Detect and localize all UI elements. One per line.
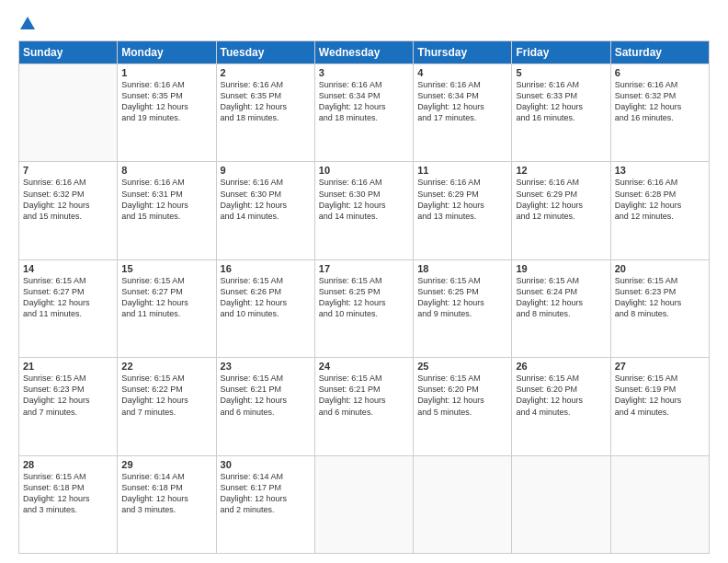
day-of-week-header: Sunday [19, 41, 118, 64]
day-number: 25 [417, 361, 507, 372]
calendar-cell: 28Sunrise: 6:15 AM Sunset: 6:18 PM Dayli… [19, 455, 118, 553]
day-number: 8 [121, 165, 211, 176]
calendar-cell: 6Sunrise: 6:16 AM Sunset: 6:32 PM Daylig… [610, 64, 709, 162]
day-number: 17 [319, 263, 409, 274]
day-number: 10 [319, 165, 409, 176]
calendar-header-row: SundayMondayTuesdayWednesdayThursdayFrid… [19, 41, 710, 64]
calendar-cell: 17Sunrise: 6:15 AM Sunset: 6:25 PM Dayli… [314, 259, 413, 357]
calendar-cell: 1Sunrise: 6:16 AM Sunset: 6:35 PM Daylig… [118, 64, 216, 162]
calendar-cell: 23Sunrise: 6:15 AM Sunset: 6:21 PM Dayli… [216, 358, 314, 455]
day-info: Sunrise: 6:15 AM Sunset: 6:20 PM Dayligh… [417, 373, 507, 418]
day-info: Sunrise: 6:16 AM Sunset: 6:34 PM Dayligh… [319, 79, 409, 124]
calendar-cell: 5Sunrise: 6:16 AM Sunset: 6:33 PM Daylig… [512, 64, 610, 162]
day-info: Sunrise: 6:16 AM Sunset: 6:35 PM Dayligh… [221, 79, 311, 124]
calendar-week-row: 28Sunrise: 6:15 AM Sunset: 6:18 PM Dayli… [19, 455, 710, 553]
day-number: 12 [516, 165, 606, 176]
day-info: Sunrise: 6:16 AM Sunset: 6:30 PM Dayligh… [319, 177, 409, 222]
logo [18, 17, 35, 31]
calendar-week-row: 14Sunrise: 6:15 AM Sunset: 6:27 PM Dayli… [19, 259, 710, 357]
day-info: Sunrise: 6:14 AM Sunset: 6:17 PM Dayligh… [221, 471, 311, 516]
calendar-cell: 16Sunrise: 6:15 AM Sunset: 6:26 PM Dayli… [216, 259, 314, 357]
day-number: 27 [615, 361, 705, 372]
day-info: Sunrise: 6:14 AM Sunset: 6:18 PM Dayligh… [121, 471, 211, 516]
day-info: Sunrise: 6:16 AM Sunset: 6:28 PM Dayligh… [615, 177, 705, 222]
day-of-week-header: Saturday [610, 41, 709, 64]
day-info: Sunrise: 6:15 AM Sunset: 6:24 PM Dayligh… [516, 275, 606, 320]
day-info: Sunrise: 6:15 AM Sunset: 6:21 PM Dayligh… [221, 373, 311, 418]
day-info: Sunrise: 6:16 AM Sunset: 6:32 PM Dayligh… [23, 177, 113, 222]
day-info: Sunrise: 6:16 AM Sunset: 6:32 PM Dayligh… [615, 79, 705, 124]
day-info: Sunrise: 6:15 AM Sunset: 6:19 PM Dayligh… [615, 373, 705, 418]
calendar-cell: 14Sunrise: 6:15 AM Sunset: 6:27 PM Dayli… [19, 259, 118, 357]
calendar-cell: 21Sunrise: 6:15 AM Sunset: 6:23 PM Dayli… [19, 358, 118, 455]
day-info: Sunrise: 6:15 AM Sunset: 6:18 PM Dayligh… [23, 471, 113, 516]
day-of-week-header: Wednesday [314, 41, 413, 64]
calendar: SundayMondayTuesdayWednesdayThursdayFrid… [18, 40, 710, 554]
calendar-cell: 15Sunrise: 6:15 AM Sunset: 6:27 PM Dayli… [118, 259, 216, 357]
day-info: Sunrise: 6:15 AM Sunset: 6:25 PM Dayligh… [319, 275, 409, 320]
calendar-cell [610, 455, 709, 553]
day-number: 24 [319, 361, 409, 372]
day-number: 23 [221, 361, 311, 372]
day-of-week-header: Tuesday [216, 41, 314, 64]
logo-triangle-icon [20, 17, 35, 29]
calendar-cell: 25Sunrise: 6:15 AM Sunset: 6:20 PM Dayli… [414, 358, 512, 455]
calendar-week-row: 21Sunrise: 6:15 AM Sunset: 6:23 PM Dayli… [19, 358, 710, 455]
day-info: Sunrise: 6:16 AM Sunset: 6:34 PM Dayligh… [417, 79, 507, 124]
calendar-cell: 7Sunrise: 6:16 AM Sunset: 6:32 PM Daylig… [19, 162, 118, 259]
day-of-week-header: Friday [512, 41, 610, 64]
day-info: Sunrise: 6:16 AM Sunset: 6:33 PM Dayligh… [516, 79, 606, 124]
day-of-week-header: Thursday [414, 41, 512, 64]
calendar-cell [19, 64, 118, 162]
calendar-cell: 4Sunrise: 6:16 AM Sunset: 6:34 PM Daylig… [414, 64, 512, 162]
day-number: 5 [516, 67, 606, 78]
day-info: Sunrise: 6:16 AM Sunset: 6:31 PM Dayligh… [121, 177, 211, 222]
calendar-cell: 19Sunrise: 6:15 AM Sunset: 6:24 PM Dayli… [512, 259, 610, 357]
day-info: Sunrise: 6:15 AM Sunset: 6:23 PM Dayligh… [23, 373, 113, 418]
calendar-cell: 22Sunrise: 6:15 AM Sunset: 6:22 PM Dayli… [118, 358, 216, 455]
calendar-cell: 13Sunrise: 6:16 AM Sunset: 6:28 PM Dayli… [610, 162, 709, 259]
day-number: 26 [516, 361, 606, 372]
calendar-cell: 8Sunrise: 6:16 AM Sunset: 6:31 PM Daylig… [118, 162, 216, 259]
calendar-cell: 20Sunrise: 6:15 AM Sunset: 6:23 PM Dayli… [610, 259, 709, 357]
day-number: 28 [23, 459, 113, 470]
calendar-cell [414, 455, 512, 553]
page: SundayMondayTuesdayWednesdayThursdayFrid… [0, 0, 728, 563]
day-info: Sunrise: 6:15 AM Sunset: 6:22 PM Dayligh… [121, 373, 211, 418]
calendar-cell: 2Sunrise: 6:16 AM Sunset: 6:35 PM Daylig… [216, 64, 314, 162]
calendar-cell: 29Sunrise: 6:14 AM Sunset: 6:18 PM Dayli… [118, 455, 216, 553]
calendar-cell: 3Sunrise: 6:16 AM Sunset: 6:34 PM Daylig… [314, 64, 413, 162]
calendar-cell: 9Sunrise: 6:16 AM Sunset: 6:30 PM Daylig… [216, 162, 314, 259]
day-number: 22 [121, 361, 211, 372]
calendar-cell: 30Sunrise: 6:14 AM Sunset: 6:17 PM Dayli… [216, 455, 314, 553]
day-number: 30 [221, 459, 311, 470]
day-number: 19 [516, 263, 606, 274]
day-info: Sunrise: 6:16 AM Sunset: 6:35 PM Dayligh… [121, 79, 211, 124]
calendar-cell: 10Sunrise: 6:16 AM Sunset: 6:30 PM Dayli… [314, 162, 413, 259]
calendar-cell: 27Sunrise: 6:15 AM Sunset: 6:19 PM Dayli… [610, 358, 709, 455]
day-number: 1 [121, 67, 211, 78]
calendar-cell: 18Sunrise: 6:15 AM Sunset: 6:25 PM Dayli… [414, 259, 512, 357]
day-number: 13 [615, 165, 705, 176]
day-info: Sunrise: 6:15 AM Sunset: 6:20 PM Dayligh… [516, 373, 606, 418]
calendar-cell [314, 455, 413, 553]
calendar-cell: 24Sunrise: 6:15 AM Sunset: 6:21 PM Dayli… [314, 358, 413, 455]
day-of-week-header: Monday [118, 41, 216, 64]
day-number: 21 [23, 361, 113, 372]
calendar-week-row: 7Sunrise: 6:16 AM Sunset: 6:32 PM Daylig… [19, 162, 710, 259]
day-number: 9 [221, 165, 311, 176]
calendar-cell: 26Sunrise: 6:15 AM Sunset: 6:20 PM Dayli… [512, 358, 610, 455]
day-number: 20 [615, 263, 705, 274]
calendar-cell: 11Sunrise: 6:16 AM Sunset: 6:29 PM Dayli… [414, 162, 512, 259]
day-info: Sunrise: 6:16 AM Sunset: 6:29 PM Dayligh… [417, 177, 507, 222]
calendar-week-row: 1Sunrise: 6:16 AM Sunset: 6:35 PM Daylig… [19, 64, 710, 162]
day-info: Sunrise: 6:15 AM Sunset: 6:23 PM Dayligh… [615, 275, 705, 320]
day-number: 18 [417, 263, 507, 274]
day-info: Sunrise: 6:15 AM Sunset: 6:26 PM Dayligh… [221, 275, 311, 320]
day-number: 6 [615, 67, 705, 78]
day-info: Sunrise: 6:16 AM Sunset: 6:30 PM Dayligh… [221, 177, 311, 222]
calendar-cell [512, 455, 610, 553]
day-number: 7 [23, 165, 113, 176]
day-info: Sunrise: 6:15 AM Sunset: 6:21 PM Dayligh… [319, 373, 409, 418]
header [18, 17, 710, 31]
